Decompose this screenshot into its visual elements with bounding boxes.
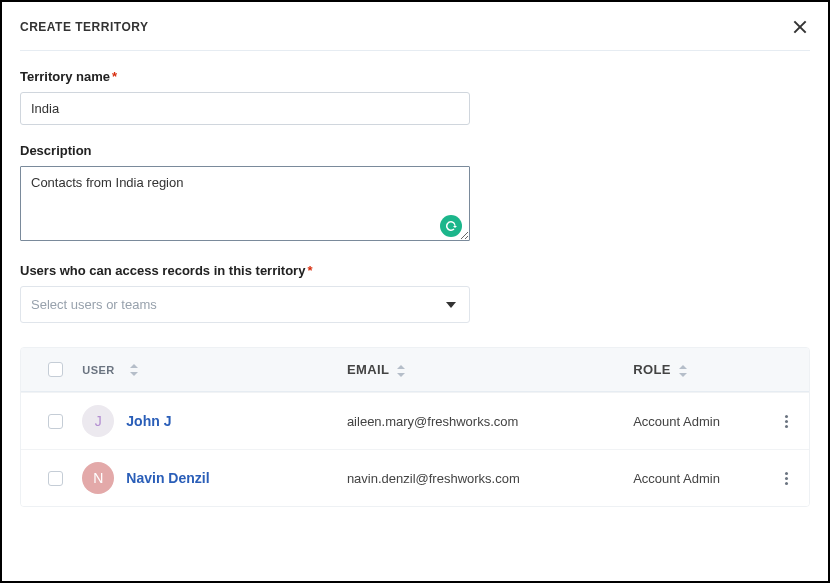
territory-name-input[interactable] bbox=[20, 92, 470, 125]
modal-title: CREATE TERRITORY bbox=[20, 20, 148, 34]
avatar: N bbox=[82, 462, 114, 494]
grammarly-icon bbox=[440, 215, 462, 237]
user-name-link[interactable]: Navin Denzil bbox=[126, 470, 209, 486]
svg-marker-4 bbox=[679, 365, 687, 369]
table-row: N Navin Denzil navin.denzil@freshworks.c… bbox=[21, 449, 809, 506]
sort-icon[interactable] bbox=[130, 364, 138, 376]
select-all-checkbox[interactable] bbox=[48, 362, 63, 377]
users-access-label: Users who can access records in this ter… bbox=[20, 263, 810, 278]
user-role: Account Admin bbox=[633, 414, 771, 429]
header-email[interactable]: EMAIL bbox=[347, 362, 389, 377]
required-asterisk: * bbox=[112, 69, 117, 84]
user-email: navin.denzil@freshworks.com bbox=[347, 471, 633, 486]
description-textarea[interactable] bbox=[20, 166, 470, 241]
table-header-row: USER EMAIL ROLE bbox=[21, 348, 809, 392]
user-email: aileen.mary@freshworks.com bbox=[347, 414, 633, 429]
table-row: J John J aileen.mary@freshworks.com Acco… bbox=[21, 392, 809, 449]
required-asterisk: * bbox=[307, 263, 312, 278]
sort-icon[interactable] bbox=[679, 365, 687, 377]
users-select-dropdown[interactable]: Select users or teams bbox=[20, 286, 470, 323]
row-checkbox[interactable] bbox=[48, 414, 63, 429]
header-user[interactable]: USER bbox=[82, 364, 114, 376]
user-name-link[interactable]: John J bbox=[126, 413, 171, 429]
kebab-menu-icon[interactable] bbox=[781, 411, 792, 432]
users-access-label-text: Users who can access records in this ter… bbox=[20, 263, 305, 278]
close-icon[interactable] bbox=[792, 18, 810, 36]
users-table: USER EMAIL ROLE J John J aileen.mary@fre… bbox=[20, 347, 810, 507]
svg-marker-2 bbox=[397, 365, 405, 369]
user-role: Account Admin bbox=[633, 471, 771, 486]
sort-icon[interactable] bbox=[397, 365, 405, 377]
territory-name-label: Territory name* bbox=[20, 69, 810, 84]
svg-marker-0 bbox=[130, 364, 138, 368]
header-role[interactable]: ROLE bbox=[633, 362, 671, 377]
kebab-menu-icon[interactable] bbox=[781, 468, 792, 489]
svg-marker-1 bbox=[130, 372, 138, 376]
description-label: Description bbox=[20, 143, 810, 158]
row-checkbox[interactable] bbox=[48, 471, 63, 486]
svg-marker-5 bbox=[679, 373, 687, 377]
avatar: J bbox=[82, 405, 114, 437]
svg-marker-3 bbox=[397, 373, 405, 377]
territory-name-label-text: Territory name bbox=[20, 69, 110, 84]
